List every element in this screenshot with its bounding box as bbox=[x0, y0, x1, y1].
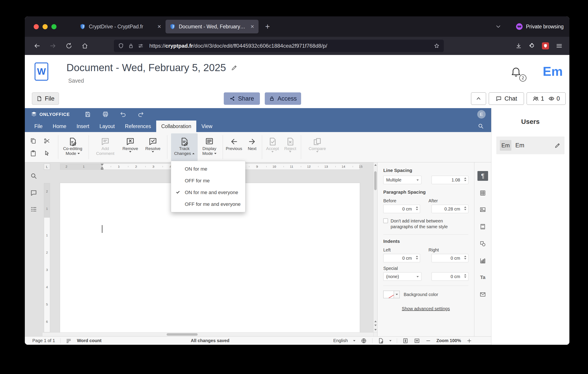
coediting-mode-button[interactable]: Co-editing Mode bbox=[60, 133, 85, 161]
close-window-button[interactable] bbox=[34, 24, 39, 29]
language-selector[interactable]: English bbox=[333, 338, 348, 343]
file-menu-button[interactable]: File bbox=[32, 92, 59, 105]
horizontal-scrollbar[interactable] bbox=[42, 332, 373, 336]
next-change-button[interactable]: Next bbox=[245, 133, 260, 161]
new-tab-button[interactable]: + bbox=[262, 23, 273, 31]
indent-marker-base[interactable] bbox=[101, 169, 104, 170]
line-spacing-select[interactable]: Multiple bbox=[383, 176, 421, 184]
reject-change-button[interactable]: Reject bbox=[282, 133, 298, 161]
shape-settings-tab[interactable] bbox=[477, 239, 488, 249]
headers-footers-settings-tab[interactable] bbox=[477, 222, 488, 231]
spin-up-icon[interactable] bbox=[464, 207, 466, 208]
redo-button[interactable] bbox=[137, 111, 145, 118]
downloads-icon[interactable] bbox=[515, 42, 522, 49]
bookmark-star-icon[interactable] bbox=[434, 43, 440, 49]
spin-down-icon[interactable] bbox=[464, 277, 466, 278]
back-button[interactable] bbox=[32, 40, 42, 52]
resolve-comments-button[interactable]: Resolve bbox=[142, 133, 164, 161]
spin-down-icon[interactable] bbox=[464, 180, 466, 181]
oo-menu-tab[interactable]: References bbox=[120, 121, 156, 132]
collapse-toolbar-button[interactable] bbox=[471, 92, 486, 105]
zoom-in-button[interactable] bbox=[466, 338, 472, 344]
track-changes-button[interactable]: Track Changes bbox=[171, 133, 198, 161]
table-settings-tab[interactable] bbox=[477, 188, 488, 198]
spin-down-icon[interactable] bbox=[416, 258, 418, 260]
show-advanced-settings-link[interactable]: Show advanced settings bbox=[383, 306, 468, 311]
first-line-indent-marker[interactable] bbox=[101, 164, 104, 166]
background-color-picker[interactable] bbox=[383, 291, 400, 298]
chart-settings-tab[interactable] bbox=[477, 256, 488, 266]
text-art-settings-tab[interactable]: Ta bbox=[477, 272, 488, 282]
user-avatar[interactable]: Em bbox=[543, 64, 563, 79]
editor-user-avatar[interactable]: E bbox=[477, 110, 486, 119]
spin-up-icon[interactable] bbox=[416, 207, 418, 208]
next-page-arrow[interactable] bbox=[374, 325, 377, 326]
left-indent-marker[interactable] bbox=[101, 167, 104, 169]
indent-right-spinner[interactable]: 0 cm bbox=[431, 254, 468, 262]
zoom-level[interactable]: Zoom 100% bbox=[436, 338, 461, 343]
maximize-window-button[interactable] bbox=[51, 24, 56, 29]
comments-panel-icon[interactable] bbox=[29, 188, 39, 198]
track-changes-menu-item[interactable]: OFF for me and everyone bbox=[171, 198, 245, 210]
cut-icon[interactable] bbox=[43, 137, 51, 145]
zoom-out-button[interactable] bbox=[425, 338, 431, 344]
spacing-after-spinner[interactable]: 0.28 cm bbox=[431, 205, 468, 213]
previous-change-button[interactable]: Previous bbox=[225, 133, 243, 161]
permissions-icon[interactable] bbox=[138, 43, 144, 49]
ublock-origin-icon[interactable] bbox=[542, 42, 549, 49]
lock-icon[interactable] bbox=[128, 43, 134, 49]
oo-menu-tab[interactable]: File bbox=[29, 121, 48, 132]
select-all-icon[interactable] bbox=[43, 150, 51, 157]
track-changes-menu-item[interactable]: ON for me bbox=[171, 163, 245, 175]
address-bar[interactable]: https://cryptpad.fr/doc/#/3/doc/edit/ff0… bbox=[114, 40, 444, 52]
spin-up-icon[interactable] bbox=[464, 256, 466, 257]
spin-down-icon[interactable] bbox=[416, 209, 418, 210]
remove-comments-button[interactable]: Remove bbox=[119, 133, 142, 161]
minimize-window-button[interactable] bbox=[42, 24, 48, 29]
spin-up-icon[interactable] bbox=[464, 177, 466, 179]
vertical-scroll-thumb[interactable] bbox=[374, 171, 377, 190]
close-tab-icon[interactable]: × bbox=[250, 23, 255, 30]
line-spacing-value-spinner[interactable]: 1.08 bbox=[431, 176, 468, 184]
spellcheck-globe-icon[interactable] bbox=[361, 338, 367, 344]
extensions-icon[interactable] bbox=[529, 42, 535, 49]
spin-down-icon[interactable] bbox=[464, 209, 466, 210]
fit-page-icon[interactable] bbox=[402, 338, 409, 344]
oo-menu-tab[interactable]: Layout bbox=[94, 121, 120, 132]
oo-menu-tab[interactable]: Collaboration bbox=[156, 121, 197, 132]
access-button[interactable]: Access bbox=[265, 92, 301, 105]
forward-button[interactable] bbox=[47, 40, 59, 52]
special-indent-select[interactable]: (none) bbox=[383, 272, 421, 281]
oo-menu-tab[interactable]: Insert bbox=[71, 121, 94, 132]
previous-page-arrow[interactable] bbox=[374, 321, 377, 322]
track-changes-menu-item[interactable]: ON for me and everyone bbox=[171, 187, 245, 198]
add-comment-button[interactable]: Add Comment bbox=[92, 133, 118, 161]
oo-menu-tab[interactable]: View bbox=[196, 121, 217, 132]
home-button[interactable] bbox=[79, 40, 90, 52]
color-dropdown-icon[interactable] bbox=[394, 291, 400, 298]
close-tab-icon[interactable]: × bbox=[157, 23, 162, 30]
page-indicator[interactable]: Page 1 of 1 bbox=[32, 338, 55, 343]
copy-icon[interactable] bbox=[30, 137, 37, 145]
tab-stop-selector[interactable]: L bbox=[44, 164, 50, 170]
tabs-dropdown-icon[interactable] bbox=[495, 23, 502, 30]
edit-name-pencil-icon[interactable] bbox=[554, 142, 561, 149]
color-swatch-none[interactable] bbox=[383, 291, 394, 298]
rename-pencil-icon[interactable] bbox=[231, 64, 238, 71]
scroll-down-arrow[interactable] bbox=[374, 329, 377, 331]
browser-tab-document[interactable]: Document - Wed, February 5, 2 × bbox=[166, 20, 259, 33]
menu-hamburger-icon[interactable] bbox=[556, 42, 563, 49]
no-interval-checkbox[interactable] bbox=[383, 218, 388, 223]
fit-width-icon[interactable] bbox=[414, 338, 420, 344]
special-indent-spinner[interactable]: 0 cm bbox=[431, 272, 468, 281]
users-count-button[interactable]: 1 0 bbox=[527, 92, 566, 105]
track-changes-menu-item[interactable]: OFF for me bbox=[171, 175, 245, 187]
navigation-headings-icon[interactable] bbox=[29, 205, 39, 215]
paste-icon[interactable] bbox=[30, 150, 37, 157]
notifications-button[interactable]: 2 bbox=[510, 66, 525, 81]
mail-merge-settings-tab[interactable] bbox=[477, 290, 488, 299]
compare-button[interactable]: Compare bbox=[306, 133, 328, 161]
oo-menu-tab[interactable]: Home bbox=[48, 121, 71, 132]
chat-button[interactable]: Chat bbox=[489, 92, 524, 105]
undo-button[interactable] bbox=[120, 111, 127, 118]
